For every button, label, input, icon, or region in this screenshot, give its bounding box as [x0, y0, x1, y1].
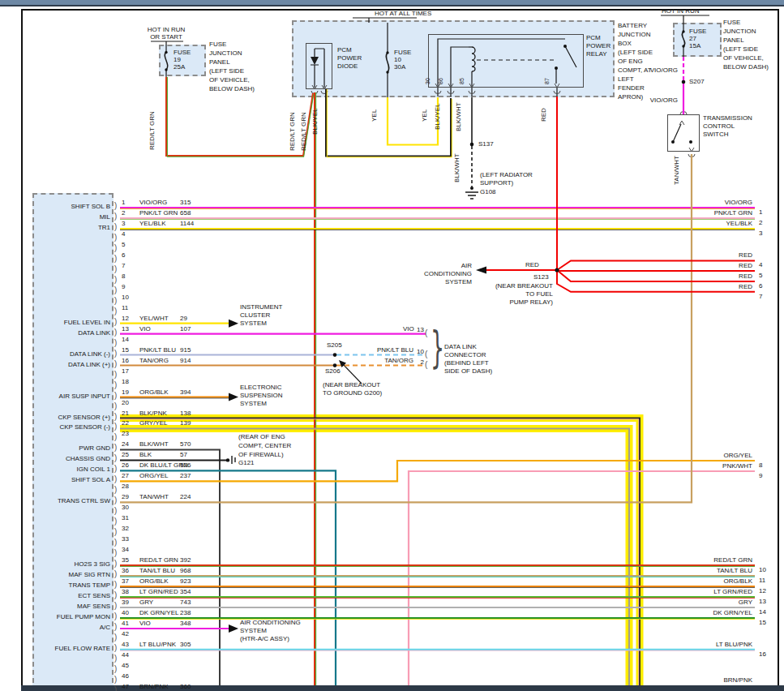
fuse-27-label: FUSE 27 15A: [689, 28, 706, 49]
pin-number: 19: [122, 388, 129, 397]
pin-number: 23: [122, 430, 129, 438]
pin-number: 22: [122, 419, 129, 427]
bottom-scroll-bar[interactable]: [21, 685, 784, 691]
circuit-number: 57: [180, 451, 187, 459]
edge-number: 15: [759, 619, 766, 627]
edge-number: 8: [759, 461, 762, 470]
pin-number: 15: [122, 346, 129, 354]
ground-g121-label: G121: [238, 459, 255, 467]
pin-number: 28: [122, 483, 129, 491]
pin-paren: (: [114, 391, 117, 400]
fuse-19-label: FUSE 19 25A: [174, 49, 191, 71]
circuit-number: 923: [180, 577, 191, 586]
connector-label: SHIFT SOL B: [32, 203, 110, 211]
pin-paren: (: [114, 654, 117, 663]
circuit-number: 348: [180, 620, 191, 628]
pin-number: 44: [122, 651, 129, 659]
wire-name: GRY: [139, 599, 153, 607]
dlc-bracket-3: (: [425, 360, 427, 369]
connector-label: CKP SENSOR (-): [32, 423, 110, 431]
wire-name: VIO: [139, 325, 151, 333]
dlc-pin-13: 13: [414, 326, 424, 334]
connector-label: DATA LINK: [32, 329, 110, 337]
connector-label: TR1: [32, 224, 110, 232]
pin-number: 45: [122, 662, 129, 670]
edge-label: ORG/YEL: [655, 452, 752, 460]
wire-name: YEL/BLK: [139, 220, 165, 228]
pin-paren: (: [114, 474, 117, 483]
circuit-number: 968: [180, 567, 191, 575]
wire-name: GRY/YEL: [139, 419, 168, 427]
wire-label-blkwht-b: BLK/WHT: [453, 153, 461, 182]
edge-label: RED: [655, 273, 752, 281]
wire-label-yel-b: YEL: [421, 109, 429, 122]
pin-paren: (: [114, 538, 117, 547]
pin-paren: (: [114, 633, 117, 642]
wire-label-redltgrn-fuse19: RED/LT GRN: [148, 111, 156, 150]
fuse-junction-panel-19-label: FUSE JUNCTION PANEL (LEFT SIDE OF VEHICL…: [209, 40, 255, 93]
pin-paren: (: [114, 496, 117, 504]
pin-paren: (: [114, 317, 117, 326]
pin-paren: (: [114, 569, 117, 578]
connector-label: FUEL PUMP MON: [32, 613, 110, 621]
ground-g108-label: G108: [480, 188, 496, 196]
edge-number: 10: [759, 566, 766, 574]
pin-number: 18: [122, 378, 129, 386]
wire-label-yel-a: YEL: [371, 109, 379, 122]
pin-paren: (: [114, 296, 117, 305]
edge-label: LT BLU/PNK: [655, 641, 752, 649]
pin-paren: (: [114, 307, 117, 315]
pin-number: 17: [122, 367, 129, 376]
wire-name: LT BLU/PNK: [139, 641, 176, 649]
pin-paren: (: [114, 338, 117, 347]
edge-number: 7: [759, 293, 762, 301]
edge-number: 5: [759, 272, 762, 280]
edge-label: TAN/LT BLU: [655, 567, 752, 575]
pin-paren: (: [114, 370, 117, 379]
red-wire-label: RED: [525, 261, 539, 269]
splice-s207-label: S207: [689, 78, 705, 86]
pin-number: 30: [122, 504, 129, 512]
edge-number: 12: [759, 587, 766, 595]
pin-number: 13: [122, 325, 129, 333]
wire-name: TAN/WHT: [139, 493, 169, 501]
circuit-number: 237: [180, 472, 191, 480]
pin-number: 36: [122, 567, 129, 575]
circuit-number: 238: [180, 609, 191, 617]
circuit-number: 1144: [180, 220, 194, 228]
wire-label-vioorg-b: VIO/ORG: [640, 97, 678, 105]
pin-number: 33: [122, 535, 129, 543]
pin-paren: (: [114, 443, 117, 452]
edge-label: RED: [655, 251, 752, 260]
wire-name: DK GRN/YEL: [139, 609, 178, 617]
edge-number: 16: [759, 650, 766, 659]
pin-number: 46: [122, 672, 129, 680]
edge-label: RED/LT GRN: [655, 556, 752, 564]
circuit-number: 139: [180, 419, 191, 427]
edge-label: RED: [655, 262, 752, 270]
connector-label: PWR GND: [32, 444, 110, 453]
pin-number: 32: [122, 525, 129, 533]
pin-paren: (: [114, 432, 117, 441]
pin-paren: (: [114, 359, 117, 368]
splice-s206-label: S206: [325, 367, 341, 376]
pin-paren: (: [114, 275, 117, 284]
connector-label: CHASSIS GND: [32, 455, 110, 463]
edge-number: 13: [759, 598, 766, 606]
pin-paren: (: [114, 622, 117, 631]
circuit-number: 914: [180, 357, 191, 365]
connector-label: ECT SENS: [32, 592, 110, 600]
pin-number: 31: [122, 514, 129, 522]
ground-g108-note: (LEFT RADIATOR SUPPORT): [480, 171, 533, 187]
pin-number: 26: [122, 461, 129, 470]
top-scroll-bar[interactable]: [0, 0, 784, 6]
dlc-bracket-2: (: [425, 350, 427, 358]
pin-number: 9: [122, 283, 125, 291]
pcm-power-relay-label: PCM POWER RELAY: [586, 34, 610, 58]
pin-paren: (: [114, 201, 117, 210]
pin-paren: (: [114, 506, 117, 515]
pin-paren: (: [114, 675, 117, 684]
edge-label: YEL/BLK: [655, 220, 752, 228]
connector-label: CKP SENSOR (+): [32, 414, 110, 422]
pin-number: 39: [122, 599, 129, 607]
